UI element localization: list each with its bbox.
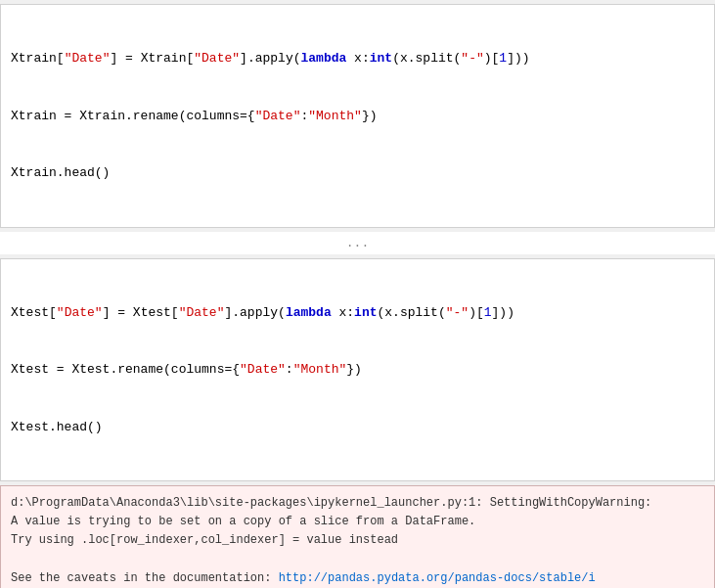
code-line-2: Xtrain = Xtrain.rename(columns={"Date":"…: [11, 107, 704, 126]
code-cell-1: Xtrain["Date"] = Xtrain["Date"].apply(la…: [0, 4, 715, 228]
code-line-4: Xtest["Date"] = Xtest["Date"].apply(lamb…: [11, 303, 704, 323]
notebook-wrapper: Xtrain["Date"] = Xtrain["Date"].apply(la…: [0, 4, 715, 588]
code-line-1: Xtrain["Date"] = Xtrain["Date"].apply(la…: [11, 49, 704, 68]
code-line-5: Xtest = Xtest.rename(columns={"Date":"Mo…: [11, 360, 704, 380]
ellipsis-separator: ...: [0, 232, 715, 254]
code-cell-2: Xtest["Date"] = Xtest["Date"].apply(lamb…: [0, 258, 715, 482]
error-doc-link[interactable]: http://pandas.pydata.org/pandas-docs/sta…: [11, 571, 596, 588]
error-output-cell: d:\ProgramData\Anaconda3\lib\site-packag…: [0, 485, 715, 588]
code-line-3: Xtrain.head(): [11, 163, 704, 183]
code-line-6: Xtest.head(): [11, 418, 704, 437]
